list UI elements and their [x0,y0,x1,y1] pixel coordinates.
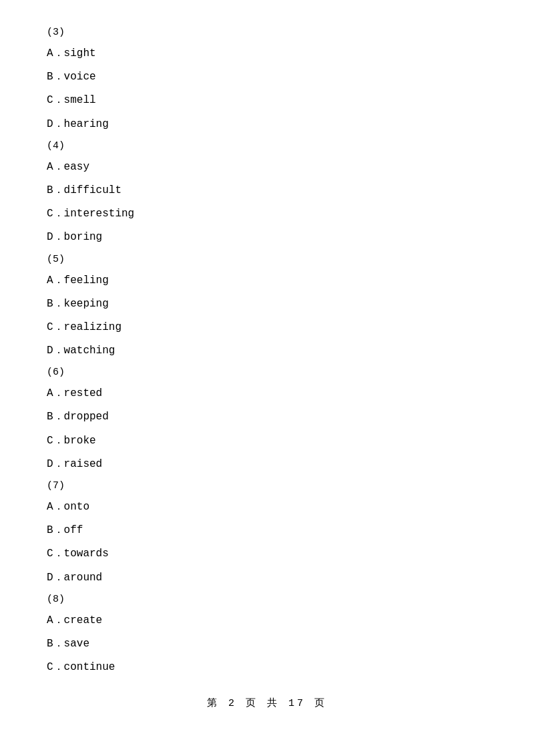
option-item: A．easy [40,158,494,176]
option-item: D．hearing [40,116,494,134]
option-item: B．off [40,522,494,540]
option-item: C．realizing [40,319,494,337]
option-item: C．towards [40,545,494,563]
option-item: C．broke [40,432,494,450]
option-item: C．interesting [40,205,494,223]
section-num-6: (6) [40,367,494,378]
page-footer: 第 2 页 共 17 页 [40,697,494,709]
section-num-4: (4) [40,140,494,152]
option-item: B．keeping [40,295,494,313]
option-item: C．smell [40,91,494,110]
section-num-8: (8) [40,594,494,605]
section-num-7: (7) [40,480,494,492]
option-item: D．around [40,569,494,587]
footer-text: 第 2 页 共 17 页 [207,698,327,709]
option-item: D．raised [40,455,494,474]
option-item: B．save [40,635,494,653]
option-item: D．watching [40,342,494,360]
option-item: B．difficult [40,182,494,200]
section-num-5: (5) [40,254,494,265]
option-item: C．continue [40,658,494,677]
option-item: D．boring [40,228,494,246]
option-item: A．sight [40,45,494,63]
option-item: A．create [40,612,494,630]
option-item: A．feeling [40,272,494,290]
option-item: A．rested [40,385,494,403]
option-item: B．voice [40,68,494,86]
section-num-3: (3) [40,27,494,38]
option-item: A．onto [40,498,494,516]
option-item: B．dropped [40,408,494,426]
